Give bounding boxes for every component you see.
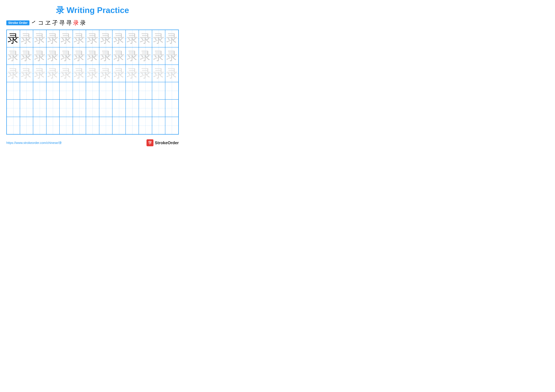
char-light: 录: [73, 50, 85, 62]
grid-cell-r5c9[interactable]: [112, 100, 126, 117]
grid-cell-r2c1: 录: [7, 47, 20, 65]
grid-cell-r3c11: 录: [139, 65, 152, 82]
grid-cell-r2c4: 录: [46, 47, 60, 65]
grid-cell-r2c3: 录: [33, 47, 46, 65]
grid-cell-r1c2: 录: [20, 30, 33, 47]
grid-cell-r1c8: 录: [99, 30, 112, 47]
grid-cell-r5c12[interactable]: [152, 100, 165, 117]
grid-cell-r6c2[interactable]: [20, 117, 33, 134]
grid-cell-r1c12: 录: [152, 30, 165, 47]
grid-cell-r4c9[interactable]: [112, 82, 126, 100]
logo-icon: 字: [146, 139, 153, 146]
char-lighter: 录: [140, 68, 151, 79]
char-light: 录: [153, 50, 164, 62]
grid-cell-r1c13: 录: [165, 30, 178, 47]
grid-cell-r2c13: 录: [165, 47, 178, 65]
char-light: 录: [100, 50, 111, 62]
grid-cell-r4c2[interactable]: [20, 82, 33, 100]
grid-cell-r4c3[interactable]: [33, 82, 46, 100]
char-light: 录: [87, 33, 98, 44]
char-light: 录: [153, 33, 164, 44]
char-light: 录: [21, 50, 32, 62]
stroke-char-3: ヱ: [45, 19, 51, 27]
grid-cell-r5c3[interactable]: [33, 100, 46, 117]
grid-cell-r4c10[interactable]: [126, 82, 139, 100]
char-light: 录: [87, 50, 98, 62]
grid-cell-r6c5[interactable]: [59, 117, 73, 134]
grid-cell-r5c8[interactable]: [99, 100, 112, 117]
grid-cell-r4c12[interactable]: [152, 82, 165, 100]
stroke-char-1: ㇒: [31, 19, 37, 27]
char-light: 录: [140, 50, 151, 62]
grid-cell-r6c9[interactable]: [112, 117, 126, 134]
grid-cell-r6c13[interactable]: [165, 117, 178, 134]
grid-cell-r3c12: 录: [152, 65, 165, 82]
grid-cell-r6c11[interactable]: [139, 117, 152, 134]
grid-cell-r4c11[interactable]: [139, 82, 152, 100]
stroke-chars: ㇒ コ ヱ 孑 寻 寻 录 录: [31, 19, 86, 27]
grid-cell-r6c7[interactable]: [86, 117, 99, 134]
char-lighter: 录: [166, 68, 177, 79]
page-title: 录 Writing Practice: [6, 5, 179, 16]
grid-cell-r6c3[interactable]: [33, 117, 46, 134]
stroke-order-row: Stroke Order ㇒ コ ヱ 孑 寻 寻 录 录: [6, 19, 179, 27]
grid-cell-r4c5[interactable]: [59, 82, 73, 100]
grid-cell-r4c4[interactable]: [46, 82, 60, 100]
char-light: 录: [127, 33, 138, 44]
grid-cell-r2c9: 录: [112, 47, 126, 65]
footer-logo: 字 StrokeOrder: [146, 139, 179, 146]
grid-cell-r1c9: 录: [112, 30, 126, 47]
grid-cell-r2c5: 录: [59, 47, 73, 65]
char-light: 录: [47, 50, 58, 62]
grid-cell-r6c1[interactable]: [7, 117, 20, 134]
grid-cell-r4c6[interactable]: [73, 82, 86, 100]
grid-cell-r4c8[interactable]: [99, 82, 112, 100]
footer-url[interactable]: https://www.strokeorder.com/chinese/录: [6, 141, 62, 145]
stroke-char-5: 寻: [59, 19, 65, 27]
grid-cell-r2c12: 录: [152, 47, 165, 65]
grid-cell-r6c6[interactable]: [73, 117, 86, 134]
grid-cell-r5c11[interactable]: [139, 100, 152, 117]
grid-cell-r4c13[interactable]: [165, 82, 178, 100]
char-light: 录: [34, 50, 45, 62]
grid-cell-r5c4[interactable]: [46, 100, 60, 117]
grid-cell-r3c6: 录: [73, 65, 86, 82]
stroke-char-4: 孑: [52, 19, 58, 27]
grid-cell-r5c1[interactable]: [7, 100, 20, 117]
grid-cell-r4c1[interactable]: [7, 82, 20, 100]
grid-cell-r2c8: 录: [99, 47, 112, 65]
char-lighter: 录: [113, 68, 125, 79]
char-light: 录: [73, 33, 85, 44]
grid-cell-r1c10: 录: [126, 30, 139, 47]
char-light: 录: [60, 33, 72, 44]
grid-cell-r6c10[interactable]: [126, 117, 139, 134]
grid-cell-r6c12[interactable]: [152, 117, 165, 134]
grid-cell-r5c10[interactable]: [126, 100, 139, 117]
grid-cell-r6c4[interactable]: [46, 117, 60, 134]
grid-cell-r1c5: 录: [59, 30, 73, 47]
grid-cell-r6c8[interactable]: [99, 117, 112, 134]
char-lighter: 录: [100, 68, 111, 79]
grid-cell-r3c9: 录: [112, 65, 126, 82]
grid-cell-r5c2[interactable]: [20, 100, 33, 117]
char-light: 录: [127, 50, 138, 62]
logo-text: StrokeOrder: [155, 140, 179, 145]
grid-cell-r4c7[interactable]: [86, 82, 99, 100]
grid-cell-r5c7[interactable]: [86, 100, 99, 117]
grid-cell-r3c4: 录: [46, 65, 60, 82]
grid-cell-r3c5: 录: [59, 65, 73, 82]
char-light: 录: [166, 50, 177, 62]
grid-cell-r5c13[interactable]: [165, 100, 178, 117]
grid-cell-r3c7: 录: [86, 65, 99, 82]
grid-cell-r1c1: 录: [7, 30, 20, 47]
grid-cell-r5c5[interactable]: [59, 100, 73, 117]
char-lighter: 录: [7, 68, 19, 79]
char-light: 录: [100, 33, 111, 44]
char-light: 录: [166, 33, 177, 44]
char-dark: 录: [7, 33, 19, 44]
stroke-char-6: 寻: [66, 19, 72, 27]
grid-cell-r1c11: 录: [139, 30, 152, 47]
char-light: 录: [140, 33, 151, 44]
grid-cell-r5c6[interactable]: [73, 100, 86, 117]
char-light: 录: [34, 33, 45, 44]
